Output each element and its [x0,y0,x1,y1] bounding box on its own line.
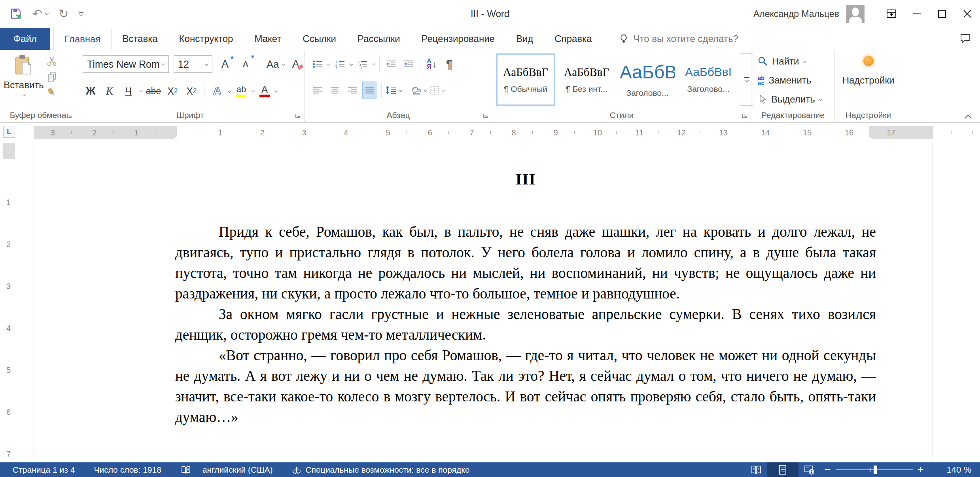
align-left-button[interactable] [310,82,325,99]
font-size-combo[interactable]: 12 [174,55,212,73]
bullets-button[interactable] [310,55,325,73]
tell-me-search[interactable]: Что вы хотите сделать? [619,28,738,50]
underline-button[interactable]: Ч [121,82,136,100]
collapse-ribbon-button[interactable] [964,114,972,119]
paste-button[interactable]: Вставить [4,54,44,97]
comments-button[interactable] [959,32,971,44]
tab-help[interactable]: Справка [544,28,602,50]
styles-dialog-launcher[interactable] [742,113,748,119]
underline-dropdown-icon[interactable] [139,89,143,93]
print-layout-button[interactable] [767,462,798,477]
tab-view[interactable]: Вид [505,28,544,50]
increase-indent-button[interactable] [401,55,416,73]
tab-references[interactable]: Ссылки [292,28,347,50]
style-preview: АаБбВвГ [503,66,549,79]
font-color-button[interactable]: A [257,82,272,100]
multilevel-dropdown-icon[interactable] [372,62,376,66]
proofing-status[interactable] [179,462,193,477]
customize-quick-access-button[interactable] [79,12,83,16]
account-name[interactable]: Александр Мальцев [753,9,839,19]
addins-button[interactable]: Надстройки [835,56,902,86]
tab-file[interactable]: Файл [0,28,50,50]
shading-button[interactable] [410,82,427,99]
subscript-button[interactable]: X2 [165,82,180,100]
tab-review[interactable]: Рецензирование [411,28,505,50]
font-dialog-launcher[interactable] [295,113,301,119]
tab-layout[interactable]: Макет [244,28,292,50]
bold-button[interactable]: Ж [83,82,98,100]
bullets-dropdown-icon[interactable] [327,62,331,66]
web-layout-button[interactable] [798,462,820,477]
find-button[interactable]: Найти [758,54,822,68]
text-effects-dropdown-icon[interactable] [228,89,232,93]
tab-stop-selector[interactable]: L [3,126,15,138]
vertical-ruler[interactable]: 1234567 [0,143,18,462]
undo-icon: ↶ [32,8,42,20]
horizontal-ruler[interactable]: 3211234567891011121314151617 [19,126,980,139]
document-page[interactable]: III Придя к себе, Ромашов, как был, в па… [34,143,933,462]
highlight-dropdown-icon[interactable] [251,89,255,93]
numbering-dropdown-icon[interactable] [350,62,354,66]
select-button[interactable]: Выделить [758,92,822,106]
italic-button[interactable]: К [102,82,117,100]
line-spacing-button[interactable] [386,82,402,99]
font-color-dropdown-icon[interactable] [274,89,278,93]
redo-button[interactable]: ↻ [59,8,68,20]
strikethrough-button[interactable]: abe [146,82,161,100]
zoom-slider-handle[interactable] [874,466,877,474]
grow-font-button[interactable]: A▲ [217,55,233,73]
tab-insert[interactable]: Вставка [112,28,168,50]
copy-button[interactable] [47,72,57,82]
document-text[interactable]: III Придя к себе, Ромашов, как был, в па… [175,143,876,428]
word-count[interactable]: Число слов: 1918 [92,462,163,477]
font-row-bottom: Ж К Ч abe X2 X2 A ab A [83,81,278,101]
zoom-level[interactable]: 140 % [933,465,971,475]
style-normal[interactable]: АаБбВвГ ¶ Обычный [496,53,555,106]
cut-scissors-icon [47,56,57,66]
ruler-number: 2 [90,127,99,138]
tab-design[interactable]: Конструктор [168,28,244,50]
style-no-spacing[interactable]: АаБбВвГ ¶ Без инт... [557,53,616,106]
save-button[interactable] [9,8,22,20]
tab-mailings[interactable]: Рассылки [347,28,411,50]
undo-button[interactable]: ↶ [32,8,48,20]
ruler-ticks [19,131,980,134]
highlight-color-button[interactable]: ab [234,82,248,100]
page-indicator[interactable]: Страница 1 из 4 [11,462,76,477]
font-name-combo[interactable]: Times New Rom [83,55,169,73]
language-indicator[interactable]: английский (США) [201,462,274,477]
style-heading1[interactable]: АаБбВ Заголово... [618,53,677,106]
read-mode-button[interactable] [745,462,767,477]
justify-button[interactable] [362,82,377,99]
multilevel-list-button[interactable]: 1 a i [355,55,370,73]
decrease-indent-button[interactable] [384,55,399,73]
clipboard-dialog-launcher[interactable] [66,113,73,119]
text-effects-button[interactable]: A [209,82,225,100]
zoom-slider[interactable] [836,462,913,477]
minimize-button[interactable] [904,0,929,28]
superscript-button[interactable]: X2 [184,82,199,100]
zoom-out-button[interactable]: − [820,464,836,476]
tab-home[interactable]: Главная [53,28,112,50]
accessibility-status[interactable]: Специальные возможности: все в порядке [290,462,471,477]
maximize-button[interactable] [929,0,955,28]
close-button[interactable] [955,0,980,28]
cut-button[interactable] [47,56,57,66]
numbering-button[interactable]: 1 2 3 [333,55,348,73]
show-formatting-marks-button[interactable]: ¶ [442,55,457,73]
ribbon-display-options-button[interactable] [879,0,904,28]
style-heading2[interactable]: АаБбВвI Заголово... [679,53,738,106]
format-painter-button[interactable] [47,87,57,98]
change-case-button[interactable]: Aa [267,55,285,73]
sort-button[interactable]: А Я ↓ [424,55,439,73]
group-font: Times New Rom 12 A▲ A▼ Aa A [76,50,305,122]
paragraph-dialog-launcher[interactable] [482,113,489,119]
align-right-button[interactable] [345,82,360,99]
align-center-button[interactable] [327,82,342,99]
clear-formatting-button[interactable]: A [290,55,306,73]
borders-button[interactable] [429,82,445,99]
avatar[interactable] [846,5,865,23]
shrink-font-button[interactable]: A▼ [238,55,254,73]
replace-button[interactable]: ab ac Заменить [758,73,822,87]
zoom-in-button[interactable]: + [913,464,929,476]
